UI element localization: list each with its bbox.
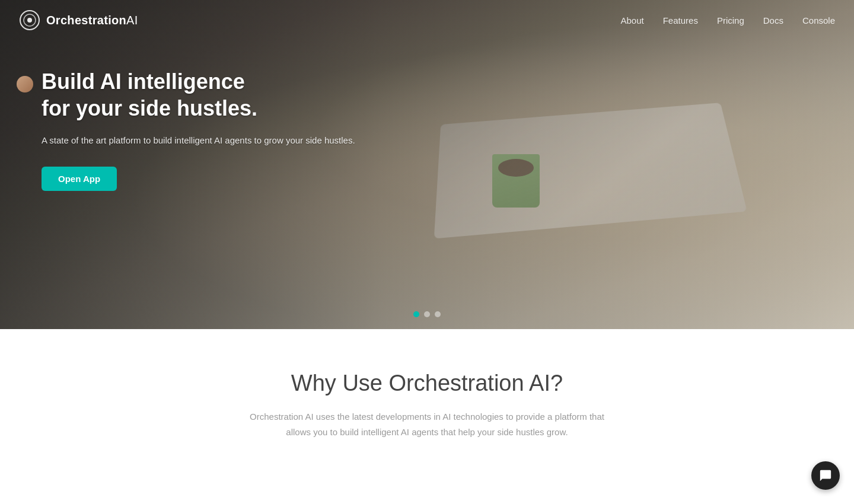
hero-content: Build AI intelligence for your side hust… <box>42 68 355 191</box>
nav-link-pricing[interactable]: Pricing <box>717 15 744 25</box>
nav-link-about[interactable]: About <box>621 15 644 25</box>
brand-logo-icon <box>19 9 40 31</box>
hero-avatar-decoration <box>17 76 33 92</box>
why-section: Why Use Orchestration AI? Orchestration … <box>0 329 854 469</box>
hero-subtitle: A state of the art platform to build int… <box>42 133 355 148</box>
brand-name: OrchestrationAI <box>46 14 138 27</box>
navbar: OrchestrationAI About Features Pricing D… <box>0 0 854 40</box>
hero-title: Build AI intelligence for your side hust… <box>42 68 355 122</box>
slide-dot-1[interactable] <box>413 311 419 317</box>
hero-mug-decoration <box>492 154 540 208</box>
why-description: Orchestration AI uses the latest develop… <box>243 409 611 439</box>
nav-link-docs[interactable]: Docs <box>763 15 783 25</box>
hero-section: Build AI intelligence for your side hust… <box>0 0 854 329</box>
slide-dot-2[interactable] <box>424 311 430 317</box>
svg-point-2 <box>27 18 32 23</box>
slide-dot-3[interactable] <box>435 311 441 317</box>
nav-links: About Features Pricing Docs Console <box>621 15 836 25</box>
why-title: Why Use Orchestration AI? <box>19 371 835 396</box>
nav-link-features[interactable]: Features <box>663 15 698 25</box>
hero-slide-dots <box>413 311 441 317</box>
nav-link-console[interactable]: Console <box>802 15 835 25</box>
brand-logo-link[interactable]: OrchestrationAI <box>19 9 138 31</box>
hero-cta-button[interactable]: Open App <box>42 167 117 191</box>
